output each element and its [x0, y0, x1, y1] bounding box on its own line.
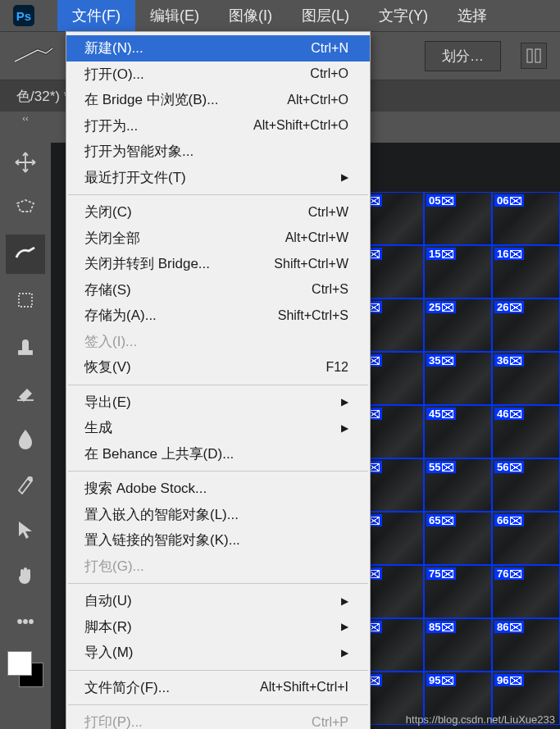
menu-separator: [68, 471, 368, 472]
foreground-color-swatch[interactable]: [7, 651, 32, 676]
slice-cell[interactable]: 85: [424, 618, 492, 672]
slice-cell[interactable]: 56: [492, 458, 560, 512]
menu-item-label: 文件简介(F)...: [84, 677, 170, 699]
menu-select[interactable]: 选择: [443, 0, 502, 32]
menu-item[interactable]: 存储(S)Ctrl+S: [66, 277, 370, 303]
menu-item-shortcut: Alt+Ctrl+W: [285, 228, 348, 248]
menu-type[interactable]: 文字(Y): [364, 0, 443, 32]
menu-item[interactable]: 文件简介(F)...Alt+Shift+Ctrl+I: [66, 675, 370, 701]
menu-separator: [68, 194, 368, 195]
menu-item[interactable]: 关闭(C)Ctrl+W: [66, 199, 370, 226]
menu-item-shortcut: Alt+Shift+Ctrl+I: [260, 677, 348, 697]
menu-item-label: 关闭(C): [84, 202, 132, 223]
menu-item-shortcut: Shift+Ctrl+S: [278, 306, 348, 326]
slice-badge: 45: [426, 408, 456, 420]
menu-item[interactable]: 存储为(A)...Shift+Ctrl+S: [66, 303, 370, 329]
slice-cell[interactable]: 05: [424, 192, 492, 245]
menu-item[interactable]: 生成▶: [66, 415, 370, 441]
quick-selection-tool-icon[interactable]: [6, 235, 45, 274]
menu-edit[interactable]: 编辑(E): [135, 0, 214, 32]
menu-separator: [68, 670, 368, 671]
menu-item-label: 打印(P)...: [84, 712, 143, 729]
slice-number: 55: [429, 461, 440, 473]
menu-item[interactable]: 打开为...Alt+Shift+Ctrl+O: [66, 113, 370, 139]
menu-item[interactable]: 自动(U)▶: [66, 588, 370, 614]
menu-item[interactable]: 关闭全部Alt+Ctrl+W: [66, 226, 370, 252]
menu-separator: [68, 704, 368, 705]
slice-cell[interactable]: 06: [492, 192, 560, 245]
eraser-tool-icon[interactable]: [6, 372, 45, 412]
menu-image[interactable]: 图像(I): [214, 0, 287, 32]
menu-item[interactable]: 导入(M)▶: [66, 640, 370, 666]
slice-cell[interactable]: 35: [424, 352, 492, 405]
slice-number: 05: [429, 194, 440, 207]
toolbar-grid-icon[interactable]: [521, 43, 547, 69]
menu-item-shortcut: Shift+Ctrl+W: [274, 254, 348, 274]
slice-number: 65: [429, 514, 440, 526]
brush-preview-icon[interactable]: [13, 45, 54, 66]
slice-number: 46: [497, 408, 508, 420]
slice-cell[interactable]: 76: [492, 565, 560, 618]
menu-item[interactable]: 最近打开文件(T)▶: [66, 165, 370, 191]
slice-badge: 25: [426, 301, 456, 313]
hand-tool-icon[interactable]: [6, 556, 45, 595]
menu-item-label: 打包(G)...: [84, 556, 144, 577]
slice-icon: [510, 303, 521, 312]
slice-icon: [442, 357, 453, 365]
menu-file[interactable]: 文件(F): [57, 0, 135, 32]
pen-tool-icon[interactable]: [6, 464, 45, 503]
slice-cell[interactable]: 26: [492, 298, 560, 352]
clone-stamp-tool-icon[interactable]: [6, 326, 45, 366]
slice-cell[interactable]: 75: [424, 565, 492, 618]
menu-item[interactable]: 打开为智能对象...: [66, 139, 370, 165]
slice-cell[interactable]: 15: [424, 245, 492, 298]
menu-item[interactable]: 关闭并转到 Bridge...Shift+Ctrl+W: [66, 251, 370, 277]
svg-point-9: [30, 620, 33, 623]
menu-item[interactable]: 置入链接的智能对象(K)...: [66, 527, 370, 554]
menu-item-shortcut: Ctrl+S: [312, 280, 348, 299]
menu-item[interactable]: 脚本(R)▶: [66, 614, 370, 640]
slice-cell[interactable]: 16: [492, 245, 560, 298]
menu-item[interactable]: 在 Bridge 中浏览(B)...Alt+Ctrl+O: [66, 87, 370, 113]
lasso-tool-icon[interactable]: [6, 189, 45, 228]
slice-icon: [442, 623, 453, 631]
menu-layer[interactable]: 图层(L): [287, 0, 364, 32]
divide-button[interactable]: 划分…: [425, 41, 501, 71]
slice-badge: 76: [494, 567, 524, 580]
slice-icon: [510, 517, 521, 525]
move-tool-icon[interactable]: [6, 143, 45, 182]
menu-item[interactable]: 置入嵌入的智能对象(L)...: [66, 502, 370, 528]
menu-item[interactable]: 打开(O)...Ctrl+O: [66, 62, 370, 88]
menu-item[interactable]: 搜索 Adobe Stock...: [66, 476, 370, 502]
slice-cell[interactable]: 36: [492, 352, 560, 405]
slice-cell[interactable]: 46: [492, 405, 560, 458]
slice-number: 86: [497, 621, 508, 633]
slice-number: 06: [497, 194, 508, 207]
path-selection-tool-icon[interactable]: [6, 510, 45, 549]
color-swatches[interactable]: [6, 649, 45, 689]
slice-badge: 65: [426, 514, 456, 526]
menu-item[interactable]: 新建(N)...Ctrl+N: [66, 35, 370, 62]
menu-item[interactable]: 导出(E)▶: [66, 390, 370, 416]
crop-tool-icon[interactable]: [6, 280, 45, 320]
menu-item-label: 最近打开文件(T): [84, 167, 186, 189]
slice-badge: 06: [494, 194, 524, 207]
menu-item[interactable]: 在 Behance 上共享(D)...: [66, 441, 370, 467]
svg-point-7: [18, 620, 21, 623]
menu-item[interactable]: 恢复(V)F12: [66, 354, 370, 380]
menu-item: 打印(P)...Ctrl+P: [66, 709, 370, 729]
menu-item-label: 生成: [84, 417, 112, 439]
slice-icon: [442, 197, 453, 205]
menu-item-label: 打开为...: [84, 116, 138, 137]
blur-tool-icon[interactable]: [6, 418, 45, 458]
slice-cell[interactable]: 86: [492, 618, 560, 672]
menu-item: 签入(I)...: [66, 329, 370, 355]
slice-cell[interactable]: 66: [492, 512, 560, 565]
slice-cell[interactable]: 45: [424, 405, 492, 458]
slice-cell[interactable]: 25: [424, 298, 492, 352]
ellipsis-icon[interactable]: [6, 602, 45, 641]
slice-cell[interactable]: 65: [424, 512, 492, 565]
slice-badge: 46: [494, 408, 524, 420]
slice-cell[interactable]: 55: [424, 458, 492, 512]
collapse-handle[interactable]: ‹‹: [0, 112, 51, 125]
